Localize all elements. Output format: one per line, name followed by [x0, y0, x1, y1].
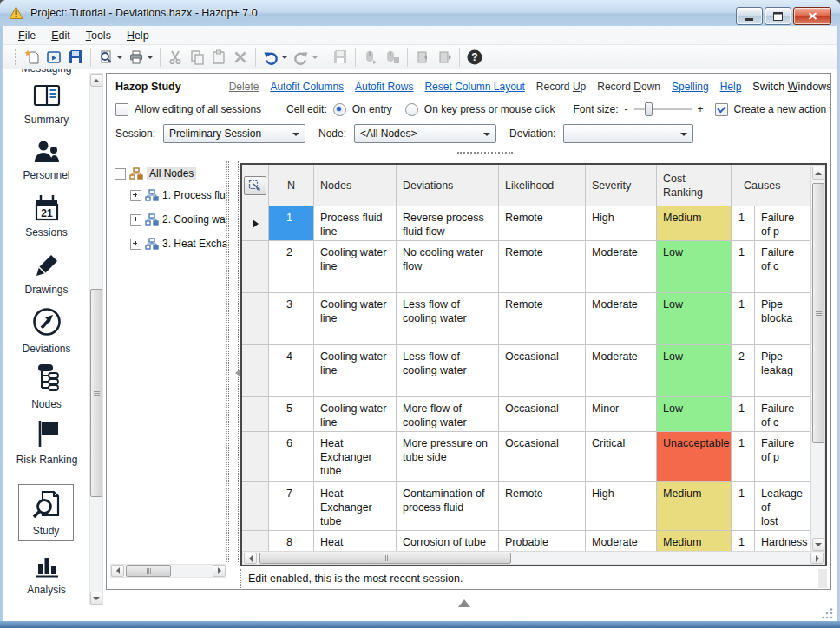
table-row[interactable]: 1 Process fluid line Reverse process flu…	[242, 206, 810, 241]
cell-deviations[interactable]: Less flow of cooling water	[397, 345, 499, 397]
allow-editing-checkbox[interactable]	[115, 103, 128, 116]
header-deviations[interactable]: Deviations	[397, 165, 499, 206]
cell-nodes[interactable]: Cooling water line	[314, 293, 397, 345]
sidebar-item-nodes[interactable]: Nodes	[3, 363, 89, 410]
cell-nodes[interactable]: Cooling water line	[314, 345, 397, 397]
sidebar-item-drawings[interactable]: Drawings	[3, 250, 89, 296]
tree-node[interactable]: 1. Process fluid	[130, 189, 227, 201]
help-icon[interactable]: ?	[464, 47, 485, 68]
create-action-checkbox[interactable]	[715, 103, 728, 116]
cell-severity[interactable]: Moderate	[586, 345, 657, 397]
paste-record-icon[interactable]	[382, 47, 403, 68]
cell-severity[interactable]: Moderate	[586, 241, 657, 293]
cell-cause-number[interactable]: 1	[732, 432, 755, 482]
cell-deviations[interactable]: Contamination of process fluid	[397, 482, 499, 531]
toolbar-grip[interactable]	[14, 49, 16, 66]
cell-cost-ranking[interactable]: Medium	[657, 206, 732, 241]
grid-vertical-scrollbar[interactable]	[810, 165, 825, 553]
autofit-rows-link[interactable]: Autofit Rows	[355, 81, 413, 93]
cell-likelihood[interactable]: Occasional	[499, 432, 586, 482]
close-button[interactable]	[793, 7, 831, 25]
cell-cause-number[interactable]: 1	[732, 293, 755, 345]
reset-column-layout-link[interactable]: Reset Column Layout	[424, 81, 524, 93]
expand-icon[interactable]	[130, 239, 141, 250]
minimize-button[interactable]	[736, 7, 763, 25]
print-icon[interactable]	[126, 47, 147, 68]
cell-severity[interactable]: Moderate	[586, 293, 657, 345]
tree-node[interactable]: 3. Heat Exchar	[130, 238, 227, 250]
scroll-right-button[interactable]	[213, 565, 226, 577]
cell-nodes[interactable]: Heat	[314, 531, 397, 553]
table-row[interactable]: 5 Cooling water line More flow of coolin…	[242, 397, 810, 432]
cell-nodes[interactable]: Process fluid line	[314, 206, 397, 241]
cell-cost-ranking[interactable]: Low	[657, 397, 732, 432]
scroll-right-button[interactable]	[810, 553, 824, 564]
select-all-button[interactable]	[244, 176, 266, 195]
row-selector[interactable]	[242, 482, 269, 531]
sidebar-item-risk-ranking[interactable]: Risk Ranking	[15, 418, 79, 466]
font-size-minus[interactable]: -	[625, 103, 628, 115]
session-dropdown[interactable]: Preliminary Session	[163, 124, 305, 143]
undo-icon[interactable]	[260, 47, 281, 68]
cell-deviations[interactable]: Less flow of cooling water	[397, 293, 499, 345]
save-icon[interactable]	[65, 47, 86, 68]
header-cost-ranking[interactable]: Cost Ranking	[657, 165, 732, 206]
print-preview-icon[interactable]	[95, 47, 116, 68]
cell-n[interactable]: 4	[269, 345, 314, 397]
menu-file[interactable]: File	[10, 28, 43, 43]
save-session-icon[interactable]	[330, 47, 351, 68]
scroll-down-button[interactable]	[90, 592, 102, 605]
cell-nodes[interactable]: Heat Exchanger tube	[314, 432, 397, 482]
autofit-columns-link[interactable]: Autofit Columns	[270, 81, 344, 93]
row-selector[interactable]	[242, 397, 269, 432]
cell-likelihood[interactable]: Occasional	[499, 397, 586, 432]
table-row[interactable]: 2 Cooling water line No cooling water fl…	[242, 241, 810, 293]
sidebar-scrollbar[interactable]	[89, 73, 103, 605]
menu-edit[interactable]: Edit	[43, 28, 78, 43]
switch-windows-button[interactable]: Switch Windows	[752, 81, 831, 93]
expand-icon[interactable]	[130, 214, 141, 226]
cell-n[interactable]: 2	[269, 241, 314, 293]
cell-severity[interactable]: High	[586, 482, 657, 531]
redo-icon[interactable]	[291, 47, 312, 68]
open-icon[interactable]	[43, 47, 64, 68]
cell-deviations[interactable]: More flow of cooling water	[397, 397, 499, 432]
cell-causes[interactable]: Failure of c	[755, 397, 810, 432]
menu-tools[interactable]: Tools	[78, 28, 119, 43]
cell-causes[interactable]: Leakage of lost	[755, 482, 810, 531]
cell-severity[interactable]: Critical	[586, 432, 657, 482]
splitter-handle[interactable]	[457, 152, 513, 154]
cell-n[interactable]: 6	[269, 432, 314, 482]
scroll-up-button[interactable]	[812, 167, 824, 180]
copy-icon[interactable]	[187, 47, 207, 68]
print-caret-icon[interactable]	[148, 56, 153, 62]
header-severity[interactable]: Severity	[586, 165, 657, 206]
expand-icon[interactable]	[130, 190, 141, 201]
font-size-slider[interactable]	[634, 101, 692, 117]
sidebar-item-deviations[interactable]: Deviations	[3, 305, 89, 355]
print-preview-caret-icon[interactable]	[117, 56, 122, 62]
sidebar-item-summary[interactable]: Summary	[3, 83, 89, 126]
header-causes[interactable]: Causes	[732, 165, 810, 206]
tree-node-root[interactable]: All Nodes	[115, 167, 196, 180]
help-link[interactable]: Help	[720, 81, 742, 93]
scrollbar-thumb[interactable]	[259, 553, 511, 564]
slider-thumb[interactable]	[645, 102, 653, 116]
table-row[interactable]: 8 Heat Corrosion of tube Probable Modera…	[242, 531, 810, 553]
sidebar-item-messaging[interactable]: Messaging	[3, 69, 89, 75]
restore-button[interactable]	[765, 7, 791, 25]
header-nodes[interactable]: Nodes	[314, 165, 397, 206]
row-selector[interactable]	[242, 531, 269, 553]
new-icon[interactable]	[22, 47, 43, 68]
row-selector[interactable]	[242, 241, 269, 293]
cell-severity[interactable]: Moderate	[586, 531, 657, 553]
cell-deviations[interactable]: Corrosion of tube	[397, 531, 499, 553]
cell-nodes[interactable]: Heat Exchanger tube	[314, 482, 397, 531]
resize-grip-icon[interactable]	[822, 608, 833, 619]
cell-severity[interactable]: Minor	[586, 397, 657, 432]
cell-causes[interactable]: Failure of c	[755, 241, 810, 293]
on-entry-radio[interactable]	[333, 103, 346, 116]
header-n[interactable]: N	[269, 165, 314, 206]
cell-deviations[interactable]: Reverse process fluid flow	[397, 206, 499, 241]
collapse-icon[interactable]	[115, 168, 126, 180]
